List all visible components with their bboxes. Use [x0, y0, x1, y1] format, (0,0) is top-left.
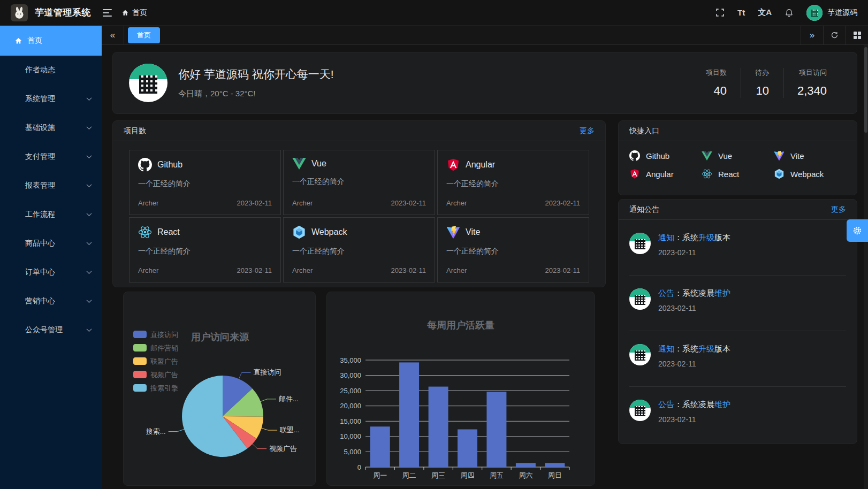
shortcut-vite[interactable]: Vite: [774, 150, 846, 161]
project-date: 2023-02-11: [237, 199, 272, 207]
bar-5[interactable]: [516, 463, 536, 467]
shortcut-vue[interactable]: Vue: [702, 150, 774, 161]
scrollbar-thumb[interactable]: [864, 47, 867, 133]
project-author: Archer: [446, 199, 467, 207]
notice-item-2[interactable]: 通知：系统升级版本 2023-02-11: [629, 331, 846, 387]
notice-date: 2023-02-11: [658, 415, 730, 424]
project-description: 一个正经的简介: [138, 247, 272, 256]
shortcut-react[interactable]: React: [702, 169, 774, 179]
shortcut-github[interactable]: Github: [629, 150, 702, 161]
project-footer: Archer 2023-02-11: [446, 199, 580, 207]
project-description: 一个正经的简介: [292, 247, 426, 256]
vue-icon: [702, 151, 712, 161]
tabs-layout-icon[interactable]: [846, 26, 868, 44]
notices-more-link[interactable]: 更多: [831, 205, 846, 215]
x-tick-label: 周日: [548, 471, 562, 479]
y-tick-label: 35,000: [340, 356, 361, 364]
pie-callout-line: [252, 444, 267, 449]
sidebar-item-0[interactable]: 首页: [0, 26, 102, 56]
bar-1[interactable]: [399, 362, 419, 467]
bar-2[interactable]: [429, 387, 448, 467]
chevron-down-icon: [86, 213, 92, 217]
font-size-icon[interactable]: Tt: [737, 8, 745, 17]
vertical-scrollbar[interactable]: [864, 45, 868, 489]
pie-legend-item-0[interactable]: 直接访问: [133, 331, 178, 339]
project-name: Angular: [466, 160, 495, 170]
tabs-scroll-right-icon[interactable]: »: [801, 26, 823, 44]
breadcrumb[interactable]: 首页: [121, 8, 147, 18]
notice-item-0[interactable]: 通知：系统升级版本 2023-02-11: [629, 220, 846, 276]
pie-legend-item-4[interactable]: 搜索引擎: [133, 384, 178, 392]
menu-collapse-icon[interactable]: [103, 9, 112, 17]
user-name: 芋道源码: [827, 8, 857, 18]
project-name: Vite: [466, 227, 480, 237]
tabs-refresh-icon[interactable]: [823, 26, 846, 44]
sidebar-item-label: 订单中心: [25, 268, 55, 277]
sidebar-item-label: 公众号管理: [25, 325, 63, 335]
notice-item-3[interactable]: 公告：系统凌晨维护 2023-02-11: [629, 387, 846, 442]
projects-card-header: 项目数 更多: [113, 121, 605, 141]
y-tick-label: 0: [357, 463, 361, 471]
project-card-webpack[interactable]: Webpack 一个正经的简介 Archer 2023-02-11: [283, 217, 435, 282]
bar-3[interactable]: [458, 430, 477, 468]
home-icon: [14, 37, 22, 45]
pie-legend-item-1[interactable]: 邮件营销: [133, 344, 178, 352]
project-name-row: Vite: [446, 225, 580, 239]
sidebar-item-label: 商品中心: [25, 239, 55, 248]
locale-icon[interactable]: 文A: [758, 7, 772, 18]
project-card-react[interactable]: React 一个正经的简介 Archer 2023-02-11: [129, 217, 281, 282]
pie-chart: 用户访问来源 直接访问邮件营销联盟广告视频广告搜索引擎直接访问邮件...联盟..…: [124, 292, 315, 485]
projects-card: 项目数 更多 Github 一个正经的简介 Archer 2023-02-11 …: [112, 120, 606, 287]
notification-bell-icon[interactable]: [785, 8, 794, 18]
project-card-angular[interactable]: Angular 一个正经的简介 Archer 2023-02-11: [437, 150, 589, 215]
stat-项目数: 项目数 40: [692, 68, 741, 98]
notice-title-part: 升级: [698, 344, 714, 353]
pie-legend-item-2[interactable]: 联盟广告: [133, 357, 178, 365]
pie-legend-item-3[interactable]: 视频广告: [133, 371, 178, 379]
welcome-weather: 今日晴，20°C - 32°C!: [178, 89, 334, 99]
tabs-scroll-left-icon[interactable]: «: [102, 26, 124, 44]
sidebar-item-4[interactable]: 支付管理: [0, 142, 102, 171]
tab-home[interactable]: 首页: [128, 27, 160, 43]
project-card-github[interactable]: Github 一个正经的简介 Archer 2023-02-11: [129, 150, 281, 215]
svg-text:视频广告: 视频广告: [150, 371, 178, 379]
shortcut-label: Webpack: [790, 170, 824, 179]
notice-avatar: [629, 233, 651, 254]
chevron-down-icon: [86, 155, 92, 159]
sidebar-menu: 首页作者动态系统管理基础设施支付管理报表管理工作流程商品中心订单中心营销中心公众…: [0, 26, 102, 345]
x-tick-label: 周六: [519, 471, 532, 479]
sidebar-item-8[interactable]: 订单中心: [0, 258, 102, 287]
user-menu[interactable]: 芋道源码: [806, 5, 857, 21]
sidebar-item-2[interactable]: 系统管理: [0, 85, 102, 113]
pie-callout-line: [239, 372, 251, 379]
notice-title-part: 版本: [714, 233, 730, 242]
main-content: 你好 芋道源码 祝你开心每一天! 今日晴，20°C - 32°C! 项目数 40…: [102, 45, 868, 489]
shortcut-webpack[interactable]: Webpack: [774, 169, 846, 179]
sidebar-item-6[interactable]: 工作流程: [0, 200, 102, 229]
projects-more-link[interactable]: 更多: [580, 126, 595, 136]
project-card-vite[interactable]: Vite 一个正经的简介 Archer 2023-02-11: [437, 217, 589, 282]
bar-6[interactable]: [545, 463, 565, 467]
sidebar-item-10[interactable]: 公众号管理: [0, 316, 102, 345]
notice-title-part: ：系统凌晨: [674, 400, 714, 409]
sidebar-item-3[interactable]: 基础设施: [0, 113, 102, 142]
sidebar-item-label: 系统管理: [25, 94, 55, 104]
x-tick-label: 周三: [431, 471, 445, 479]
notice-item-1[interactable]: 公告：系统凌晨维护 2023-02-11: [629, 276, 846, 331]
project-card-vue[interactable]: Vue 一个正经的简介 Archer 2023-02-11: [283, 150, 435, 215]
project-author: Archer: [138, 266, 158, 274]
shortcut-label: React: [718, 170, 739, 179]
sidebar-item-7[interactable]: 商品中心: [0, 229, 102, 258]
shortcut-label: Vue: [718, 151, 732, 161]
charts-row: 用户访问来源 直接访问邮件营销联盟广告视频广告搜索引擎直接访问邮件...联盟..…: [123, 292, 595, 486]
settings-drawer-button[interactable]: [847, 219, 868, 242]
vite-icon: [774, 150, 785, 161]
sidebar-item-5[interactable]: 报表管理: [0, 171, 102, 200]
notice-title-part: 维护: [714, 288, 730, 297]
fullscreen-icon[interactable]: [715, 8, 725, 17]
bar-4[interactable]: [486, 392, 506, 467]
sidebar-item-9[interactable]: 营销中心: [0, 287, 102, 316]
bar-0[interactable]: [370, 426, 390, 467]
sidebar-item-1[interactable]: 作者动态: [0, 56, 102, 85]
shortcut-angular[interactable]: Angular: [629, 169, 702, 179]
